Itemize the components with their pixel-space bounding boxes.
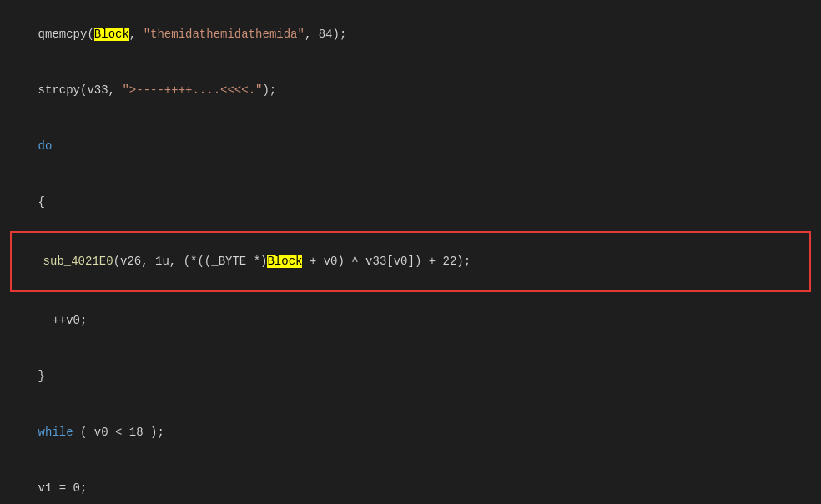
v1-assign: v1 = 0;: [38, 481, 88, 495]
fn-sub1-args: (v26, 1u, (*((_BYTE *): [113, 255, 268, 268]
str-val-1: "themidathemidathemida": [144, 28, 305, 41]
code-line-1: qmemcpy(Block, "themidathemidathemida", …: [10, 7, 811, 63]
code-line-4: {: [10, 174, 811, 230]
highlighted-line-1: sub_4021E0(v26, 1u, (*((_BYTE *)Block + …: [10, 231, 811, 292]
close-brace-1: }: [38, 370, 45, 383]
code-line-9: v1 = 0;: [10, 461, 811, 505]
close-paren-1: , 84);: [305, 28, 346, 41]
open-brace-1: {: [38, 195, 45, 209]
block-highlight-2: Block: [267, 255, 302, 268]
kw-do-1: do: [38, 139, 53, 153]
fn-sub1: sub_4021E0: [43, 255, 113, 268]
close-paren-2: );: [262, 83, 276, 97]
kw-while-1: while: [38, 426, 73, 439]
code-line-7: }: [10, 349, 811, 405]
while-cond-1: ( v0 < 18 );: [73, 426, 164, 439]
inc-v0: ++v0;: [38, 314, 88, 327]
fn-strcpy: strcpy(v33,: [38, 83, 123, 97]
code-view: qmemcpy(Block, "themidathemidathemida", …: [0, 0, 821, 504]
code-line-2: strcpy(v33, ">----++++....<<<<.");: [10, 63, 811, 118]
fn-call: qmemcpy(: [38, 28, 94, 41]
block-highlight-1: Block: [94, 28, 129, 41]
str-val-2: ">----++++....<<<<.": [122, 83, 262, 97]
fn-sub1-rest: + v0) ^ v33[v0]) + 22);: [302, 255, 471, 268]
code-line-3: do: [10, 118, 811, 174]
code-line-6: ++v0;: [10, 293, 811, 349]
code-line-8: while ( v0 < 18 );: [10, 405, 811, 461]
str-arg-1: ,: [129, 28, 144, 41]
